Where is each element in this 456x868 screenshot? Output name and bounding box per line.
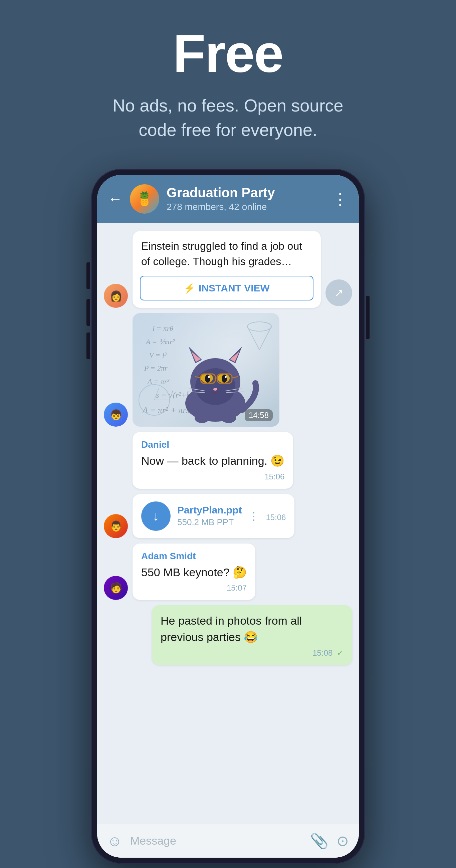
file-msg-time: 15:06 [266,513,286,522]
adam-sender-name: Adam Smidt [141,551,247,561]
phone-screen: ← 🍍 Graduation Party 278 members, 42 onl… [97,175,359,858]
svg-point-31 [221,414,236,423]
chat-area: 👩 Einstein struggled to find a job out o… [97,223,359,824]
svg-point-17 [222,375,227,382]
attach-button[interactable]: 📎 [310,832,329,850]
group-info: Graduation Party 278 members, 42 online [166,185,325,212]
daniel-message-row: Daniel Now — back to planning. 😉 15:06 [104,432,352,488]
file-more-icon[interactable]: ⋮ [248,510,259,523]
hero-section: Free No ads, no fees. Open source code f… [0,0,456,162]
math-formula-1: l = πrθ [153,322,173,335]
svg-line-6 [154,388,159,400]
avatar-guy3: 🧑 [104,576,128,600]
group-avatar: 🍍 [130,184,159,214]
svg-point-19 [225,376,227,378]
article-message-row: 👩 Einstein struggled to find a job out o… [104,231,352,308]
group-members: 278 members, 42 online [166,202,325,212]
sent-message-row: He pasted in photos from all previous pa… [104,605,352,665]
group-name: Graduation Party [166,185,325,200]
message-input[interactable]: Message [130,834,302,847]
sent-msg-time: 15:08 ✓ [160,648,343,658]
chat-header: ← 🍍 Graduation Party 278 members, 42 onl… [97,175,359,223]
svg-point-16 [205,375,210,382]
avatar-guy2: 👨 [104,514,128,538]
sticker-time: 14:58 [245,409,273,421]
adam-message-row: 🧑 Adam Smidt 550 MB keynote? 🤔 15:07 [104,544,352,600]
sticker-background: l = πrθ A = ⅓πr² V = l³ P = 2πr A = πr³ … [132,313,279,427]
emoji-button[interactable]: ☺ [107,833,122,849]
file-download-icon[interactable]: ↓ [141,501,171,531]
avatar-guy1: 👦 [104,403,128,427]
file-name: PartyPlan.ppt [177,504,242,516]
chat-input-area: ☺ Message 📎 ⊙ [97,824,359,858]
sticker-message-row: 👦 l = πrθ A = ⅓πr² V = l³ P = 2πr A = πr… [104,313,352,427]
svg-point-18 [208,376,210,378]
daniel-bubble-text: Now — back to planning. 😉 [141,453,284,469]
file-message-row: 👨 ↓ PartyPlan.ppt 550.2 MB PPT ⋮ 15:06 [104,494,352,538]
svg-point-30 [194,414,209,423]
math-formula-3: V = l³ [149,348,166,362]
adam-msg-time: 15:07 [141,583,247,593]
avatar-girl: 👩 [104,284,128,308]
file-info: PartyPlan.ppt 550.2 MB PPT [177,504,242,527]
file-bubble: ↓ PartyPlan.ppt 550.2 MB PPT ⋮ 15:06 [132,494,295,538]
sticker-container: l = πrθ A = ⅓πr² V = l³ P = 2πr A = πr³ … [132,313,279,427]
adam-bubble-text: 550 MB keynote? 🤔 [141,564,247,581]
daniel-bubble: Daniel Now — back to planning. 😉 15:06 [132,432,293,488]
file-size: 550.2 MB PPT [177,517,242,527]
article-bubble: Einstein struggled to find a job out of … [132,231,321,308]
math-formula-4: P = 2πr [144,362,167,375]
camera-button[interactable]: ⊙ [336,832,349,849]
sent-bubble-text: He pasted in photos from all previous pa… [160,613,343,646]
instant-view-button[interactable]: ⚡ INSTANT VIEW [140,276,313,301]
adam-bubble: Adam Smidt 550 MB keynote? 🤔 15:07 [132,544,255,600]
sent-bubble: He pasted in photos from all previous pa… [152,605,352,665]
bolt-icon: ⚡ [184,283,195,294]
article-text: Einstein struggled to find a job out of … [132,231,321,273]
hero-title: Free [0,27,456,80]
daniel-sender-name: Daniel [141,439,284,450]
group-avatar-emoji: 🍍 [136,191,153,207]
circle-svg [138,383,171,416]
checkmark-icon: ✓ [337,648,343,657]
hero-subtitle: No ads, no fees. Open source code free f… [94,93,362,142]
daniel-msg-time: 15:06 [141,472,284,482]
back-button[interactable]: ← [108,192,123,206]
svg-point-25 [213,388,217,391]
share-button[interactable]: ↗ [326,279,352,306]
more-icon[interactable]: ⋮ [332,190,348,208]
phone-mockup: ← 🍍 Graduation Party 278 members, 42 onl… [91,169,365,864]
phone-outer: ← 🍍 Graduation Party 278 members, 42 onl… [91,169,365,864]
instant-view-label: INSTANT VIEW [199,282,270,294]
